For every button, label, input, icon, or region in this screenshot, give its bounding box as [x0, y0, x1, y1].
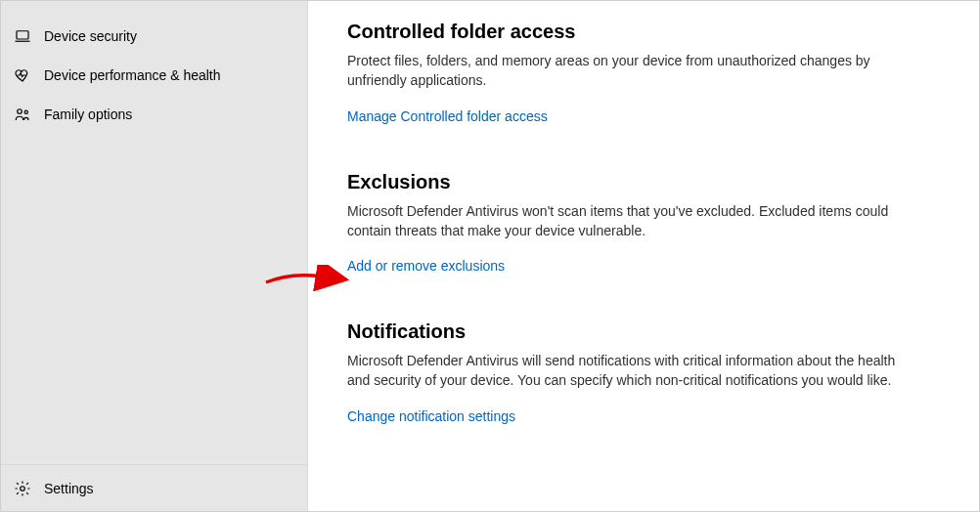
section-title: Exclusions [347, 171, 905, 193]
section-desc: Protect files, folders, and memory areas… [347, 51, 905, 91]
section-title: Controlled folder access [347, 21, 905, 43]
main-content: Controlled folder access Protect files, … [308, 1, 979, 511]
link-manage-controlled-folder-access[interactable]: Manage Controlled folder access [347, 108, 548, 124]
sidebar-spacer [1, 134, 307, 464]
gear-icon [13, 479, 32, 498]
link-change-notification-settings[interactable]: Change notification settings [347, 408, 515, 424]
section-desc: Microsoft Defender Antivirus will send n… [347, 351, 905, 391]
link-add-or-remove-exclusions[interactable]: Add or remove exclusions [347, 258, 505, 274]
sidebar-item-device-security[interactable]: Device security [1, 17, 307, 56]
sidebar-item-family-options[interactable]: Family options [1, 95, 307, 134]
svg-point-1 [18, 109, 22, 114]
sidebar-item-label: Device performance & health [44, 67, 221, 83]
sidebar-item-label: Device security [44, 28, 137, 44]
section-title: Notifications [347, 320, 905, 343]
family-icon [13, 105, 32, 124]
sidebar: Device security Device performance & hea… [1, 1, 308, 511]
sidebar-item-settings[interactable]: Settings [1, 464, 307, 511]
section-notifications: Notifications Microsoft Defender Antivir… [347, 320, 905, 424]
svg-rect-0 [17, 31, 28, 39]
section-desc: Microsoft Defender Antivirus won't scan … [347, 201, 905, 241]
svg-point-3 [21, 486, 25, 491]
sidebar-item-label: Family options [44, 107, 132, 122]
section-exclusions: Exclusions Microsoft Defender Antivirus … [347, 171, 905, 275]
sidebar-item-device-performance[interactable]: Device performance & health [1, 56, 307, 95]
laptop-icon [13, 26, 32, 46]
section-controlled-folder-access: Controlled folder access Protect files, … [347, 21, 905, 124]
sidebar-item-label: Settings [44, 481, 94, 496]
svg-point-2 [24, 110, 27, 113]
heart-pulse-icon [13, 65, 32, 85]
